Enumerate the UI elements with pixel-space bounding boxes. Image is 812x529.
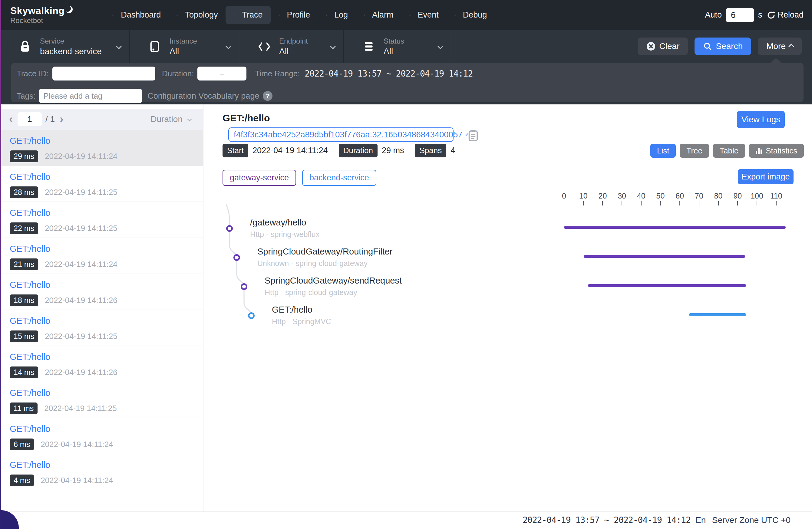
trace-endpoint-link[interactable]: GET:/hello xyxy=(10,208,203,218)
start-value: 2022-04-19 14:11:24 xyxy=(252,146,328,155)
trace-list-item[interactable]: GET:/hello 28 ms 2022-04-19 14:11:25 xyxy=(0,166,203,202)
reload-button[interactable]: Reload xyxy=(766,10,803,20)
sort-dropdown[interactable]: Duration xyxy=(150,114,191,124)
trace-endpoint-link[interactable]: GET:/hello xyxy=(10,352,203,362)
tab-statistics[interactable]: Statistics xyxy=(749,144,804,158)
next-page-icon[interactable]: › xyxy=(57,114,66,125)
instance-label: Instance xyxy=(170,37,197,45)
axis-tick-label: 100 xyxy=(746,192,768,200)
trace-timestamp: 2022-04-19 14:11:25 xyxy=(45,188,117,197)
trace-endpoint-link[interactable]: GET:/hello xyxy=(10,316,203,326)
vocabulary-link[interactable]: Configuration Vocabulary page xyxy=(147,91,259,101)
duration-badge: 14 ms xyxy=(10,367,38,378)
help-question-icon[interactable]: ? xyxy=(263,91,273,101)
trace-timestamp: 2022-04-19 14:11:26 xyxy=(45,296,117,305)
nav-menu-item[interactable]: Alarm xyxy=(356,6,402,24)
trace-list-item[interactable]: GET:/hello 18 ms 2022-04-19 14:11:26 xyxy=(0,274,203,310)
more-button[interactable]: More xyxy=(758,38,802,55)
trace-timestamp: 2022-04-19 14:11:24 xyxy=(41,440,113,449)
reload-icon xyxy=(766,10,776,20)
status-label: Status xyxy=(383,37,404,45)
span-duration-bar[interactable] xyxy=(584,255,745,258)
search-button[interactable]: Search xyxy=(695,38,751,55)
trace-id-select[interactable]: f4f3f3c34abe4252a89d5bf103f776aa.32.1650… xyxy=(228,128,453,142)
duration-badge: 29 ms xyxy=(10,150,38,162)
duration-badge: 21 ms xyxy=(10,259,38,270)
nav-menu-item[interactable]: Log xyxy=(318,6,356,24)
endpoint-value: All xyxy=(279,47,308,56)
trace-endpoint-link[interactable]: GET:/hello xyxy=(10,280,203,290)
clear-button[interactable]: Clear xyxy=(638,38,688,55)
footer-time-range[interactable]: 2022-04-19 13:57 ~ 2022-04-19 14:12 xyxy=(523,512,691,529)
view-logs-button[interactable]: View Logs xyxy=(737,111,785,128)
trace-list-item[interactable]: GET:/hello 29 ms 2022-04-19 14:11:24 xyxy=(0,130,203,166)
trace-list-item[interactable]: GET:/hello 22 ms 2022-04-19 14:11:25 xyxy=(0,202,203,238)
trace-list-item[interactable]: GET:/hello 11 ms 2022-04-19 14:11:25 xyxy=(0,382,203,418)
nav-menu-item[interactable]: Event xyxy=(402,6,447,24)
nav-menu-item[interactable]: Debug xyxy=(447,6,495,24)
lock-icon xyxy=(18,39,32,54)
axis-tick-mark xyxy=(602,201,603,205)
tab-list[interactable]: List xyxy=(650,144,676,158)
tab-tree[interactable]: Tree xyxy=(680,144,709,158)
span-layer-label: Unknown - spring-cloud-gateway xyxy=(203,259,812,268)
clear-circle-x-icon xyxy=(646,42,656,51)
trace-timestamp: 2022-04-19 14:11:25 xyxy=(45,332,117,341)
axis-tick-label: 30 xyxy=(611,192,633,200)
trace-list-item[interactable]: GET:/hello 15 ms 2022-04-19 14:11:25 xyxy=(0,310,203,346)
language-toggle[interactable]: En xyxy=(695,512,706,529)
top-nav: Skywalking Rocketbot Dashboard Topology … xyxy=(0,0,812,30)
trace-id-input[interactable] xyxy=(53,67,155,80)
trace-endpoint-link[interactable]: GET:/hello xyxy=(10,244,203,254)
separator-dot-icon xyxy=(278,15,280,16)
trace-endpoint-link[interactable]: GET:/hello xyxy=(10,388,203,398)
nav-menu-item[interactable]: Dashboard xyxy=(104,6,169,24)
instance-filter[interactable]: Instance All xyxy=(130,30,239,63)
time-range-label: Time Range: xyxy=(255,69,300,78)
span-duration-bar[interactable] xyxy=(588,284,746,287)
auto-interval-input[interactable] xyxy=(726,8,754,22)
span-row: SpringCloudGateway/RoutingFilter Unknown… xyxy=(203,243,812,272)
tags-input[interactable] xyxy=(39,89,142,103)
axis-tick-mark xyxy=(757,201,757,205)
search-icon xyxy=(703,42,712,51)
prev-page-icon[interactable]: ‹ xyxy=(6,114,16,125)
span-node-icon xyxy=(233,254,240,261)
span-duration-bar[interactable] xyxy=(564,226,786,229)
duration-input[interactable] xyxy=(198,67,246,80)
time-range-value[interactable]: 2022-04-19 13:57 ~ 2022-04-19 14:12 xyxy=(305,69,473,79)
trace-meta-row: Start 2022-04-19 14:11:24 Duration 29 ms… xyxy=(222,144,462,157)
duration-badge: Duration xyxy=(339,144,378,157)
trace-endpoint-link[interactable]: GET:/hello xyxy=(10,172,203,182)
trace-list-item[interactable]: GET:/hello 14 ms 2022-04-19 14:11:26 xyxy=(0,346,203,382)
axis-tick-label: 80 xyxy=(708,192,729,200)
content-area: ‹ / 1 › Duration GET:/hello 29 ms 2022-0… xyxy=(0,104,812,512)
span-row: /gateway/hello Http - spring-webflux xyxy=(203,214,812,243)
trace-list-item[interactable]: GET:/hello 21 ms 2022-04-19 14:11:24 xyxy=(0,238,203,274)
nav-menu-item[interactable]: Topology xyxy=(169,6,226,24)
status-filter[interactable]: Status All xyxy=(344,30,451,63)
separator-dot-icon xyxy=(176,15,178,16)
duration-label: Duration: xyxy=(162,69,194,78)
endpoint-filter[interactable]: Endpoint All xyxy=(239,30,344,63)
span-duration-bar[interactable] xyxy=(689,313,746,316)
trace-endpoint-link[interactable]: GET:/hello xyxy=(10,424,203,434)
trace-endpoint-link[interactable]: GET:/hello xyxy=(10,460,203,470)
page-number-input[interactable] xyxy=(17,112,42,126)
nav-menu-item[interactable]: Profile xyxy=(271,6,318,24)
nav-menu: Dashboard Topology Trace Profile Log xyxy=(104,6,495,24)
axis-tick-label: 40 xyxy=(630,192,652,200)
nav-menu-item[interactable]: Trace xyxy=(226,6,270,24)
trace-list-item[interactable]: GET:/hello 6 ms 2022-04-19 14:11:24 xyxy=(0,418,203,454)
separator-dot-icon xyxy=(454,15,456,16)
trace-list-item[interactable]: GET:/hello 4 ms 2022-04-19 14:11:24 xyxy=(0,454,203,490)
copy-clipboard-icon[interactable] xyxy=(467,129,479,142)
duration-badge: 15 ms xyxy=(10,330,38,342)
service-filter[interactable]: Service backend-service xyxy=(0,30,130,63)
axis-tick-mark xyxy=(641,201,641,205)
span-row: GET:/hello Http - SpringMVC xyxy=(203,301,812,330)
export-image-button[interactable]: Export image xyxy=(738,169,794,184)
tab-table[interactable]: Table xyxy=(713,144,745,158)
trace-timestamp: 2022-04-19 14:11:24 xyxy=(45,152,117,161)
trace-endpoint-link[interactable]: GET:/hello xyxy=(10,136,203,146)
